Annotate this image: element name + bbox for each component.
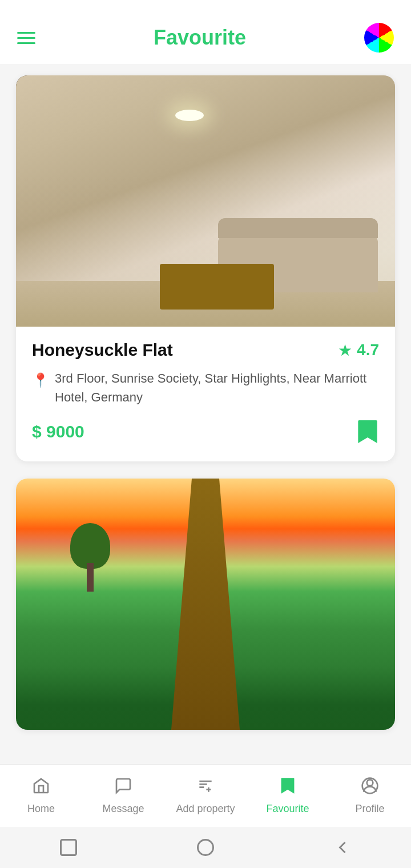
bookmark-icon[interactable] xyxy=(356,418,379,445)
home-label: Home xyxy=(27,803,55,815)
system-navigation xyxy=(0,827,411,868)
svg-point-0 xyxy=(367,779,373,786)
content-area: Honeysuckle Flat ★ 4.7 📍 3rd Floor, Sunr… xyxy=(0,64,411,758)
color-wheel-icon[interactable] xyxy=(364,23,394,53)
bottom-navigation: Home Message Add property Favourite xyxy=(0,764,411,827)
svg-rect-2 xyxy=(61,840,76,855)
property-name: Honeysuckle Flat xyxy=(32,340,173,360)
card-footer: $ 9000 xyxy=(32,418,379,445)
message-label: Message xyxy=(102,803,144,815)
property-card[interactable] xyxy=(16,479,395,730)
profile-icon xyxy=(361,777,379,799)
add-property-icon xyxy=(196,777,215,799)
property-card[interactable]: Honeysuckle Flat ★ 4.7 📍 3rd Floor, Sunr… xyxy=(16,75,395,461)
profile-label: Profile xyxy=(355,803,384,815)
location-icon: 📍 xyxy=(32,370,49,391)
favourite-label: Favourite xyxy=(266,803,309,815)
svg-point-3 xyxy=(198,840,213,855)
property-rating: ★ 4.7 xyxy=(338,341,379,360)
property-image-living-room xyxy=(16,75,395,327)
nav-item-home[interactable]: Home xyxy=(0,777,82,815)
back-btn[interactable] xyxy=(328,833,357,862)
card-info: Honeysuckle Flat ★ 4.7 📍 3rd Floor, Sunr… xyxy=(16,327,395,461)
nav-item-profile[interactable]: Profile xyxy=(329,777,411,815)
star-icon: ★ xyxy=(338,341,352,360)
rating-value: 4.7 xyxy=(357,341,379,359)
message-icon xyxy=(114,777,132,799)
card-header: Honeysuckle Flat ★ 4.7 xyxy=(32,340,379,360)
tree-decoration xyxy=(73,523,107,592)
circle-btn[interactable] xyxy=(191,833,220,862)
header: Favourite xyxy=(0,0,411,64)
property-location: 📍 3rd Floor, Sunrise Society, Star Highl… xyxy=(32,369,379,407)
location-text: 3rd Floor, Sunrise Society, Star Highlig… xyxy=(55,369,379,407)
page-title: Favourite xyxy=(154,26,246,50)
nav-item-favourite[interactable]: Favourite xyxy=(247,777,329,815)
menu-icon[interactable] xyxy=(17,32,35,44)
add-property-label: Add property xyxy=(176,803,235,815)
property-image-field xyxy=(16,479,395,730)
nav-item-message[interactable]: Message xyxy=(82,777,164,815)
square-btn[interactable] xyxy=(54,833,83,862)
property-price: $ 9000 xyxy=(32,422,84,441)
home-icon xyxy=(32,777,50,799)
favourite-icon xyxy=(279,777,297,799)
nav-item-add-property[interactable]: Add property xyxy=(164,777,247,815)
